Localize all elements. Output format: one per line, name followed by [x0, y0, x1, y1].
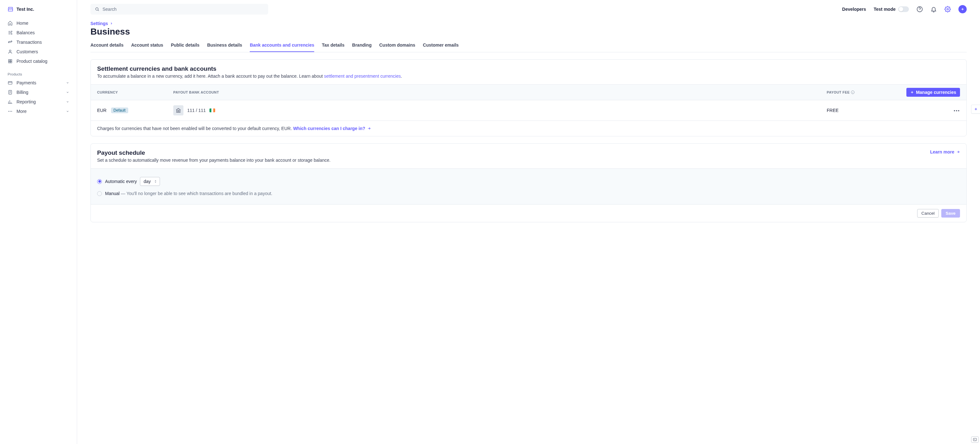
- home-icon: [8, 21, 13, 26]
- developers-link[interactable]: Developers: [842, 7, 866, 12]
- th-bank: PAYOUT BANK ACCOUNT: [173, 90, 827, 94]
- nav-reporting[interactable]: Reporting: [0, 97, 77, 106]
- nav-product-catalog[interactable]: Product catalog: [0, 57, 77, 66]
- right-rail-expand-button[interactable]: [971, 105, 980, 114]
- org-name: Test Inc.: [16, 7, 34, 12]
- arrow-right-icon: [956, 150, 960, 154]
- nav-label: Customers: [16, 49, 38, 54]
- chevron-down-icon: [66, 91, 69, 94]
- nav-more[interactable]: More: [0, 106, 77, 116]
- table-footer: Charges for currencies that have not bee…: [91, 121, 966, 136]
- table-row: EUR Default 111 / 111 FREE •••: [91, 100, 966, 121]
- settlement-title: Settlement currencies and bank accounts: [97, 65, 960, 72]
- nav-label: Home: [16, 21, 28, 26]
- main-content: Search Developers Test mode Settings Bus…: [77, 0, 980, 444]
- customers-icon: [8, 49, 13, 54]
- search-input[interactable]: Search: [91, 4, 268, 14]
- breadcrumb[interactable]: Settings: [91, 21, 967, 26]
- sidebar: Test Inc. Home Balances Transactions Cus…: [0, 0, 77, 444]
- svg-point-10: [10, 111, 11, 112]
- nav-home[interactable]: Home: [0, 18, 77, 28]
- plus-icon: [961, 7, 964, 11]
- bank-icon: [173, 105, 183, 116]
- breadcrumb-settings[interactable]: Settings: [91, 21, 108, 26]
- console-button[interactable]: [971, 436, 979, 443]
- tab-customer-emails[interactable]: Customer emails: [423, 43, 459, 52]
- catalog-icon: [8, 59, 13, 64]
- settlement-learn-link[interactable]: settlement and presentment currencies: [324, 74, 401, 79]
- balances-icon: [8, 30, 13, 35]
- tab-account-status[interactable]: Account status: [131, 43, 163, 52]
- select-arrows-icon: [154, 180, 157, 183]
- svg-rect-5: [9, 62, 10, 63]
- nav-balances[interactable]: Balances: [0, 28, 77, 37]
- create-button[interactable]: [958, 5, 967, 13]
- billing-icon: [8, 90, 13, 95]
- automatic-radio[interactable]: [97, 179, 102, 184]
- plus-icon: [974, 107, 978, 111]
- topbar: Search Developers Test mode: [91, 4, 967, 14]
- nav-payments[interactable]: Payments: [0, 78, 77, 87]
- chevron-down-icon: [66, 100, 69, 103]
- svg-point-14: [947, 9, 948, 10]
- svg-point-9: [8, 111, 9, 112]
- ireland-flag-icon: [210, 108, 215, 112]
- nav-transactions[interactable]: Transactions: [0, 37, 77, 47]
- transactions-icon: [8, 40, 13, 45]
- payout-schedule-card: Payout schedule Set a schedule to automa…: [91, 143, 967, 222]
- svg-rect-4: [11, 60, 12, 61]
- tab-tax-details[interactable]: Tax details: [322, 43, 344, 52]
- help-icon[interactable]: [916, 6, 923, 13]
- chevron-right-icon: [110, 22, 113, 25]
- currency-code: EUR: [97, 108, 107, 113]
- terminal-icon: [973, 438, 977, 441]
- svg-rect-16: [973, 438, 977, 441]
- nav-customers[interactable]: Customers: [0, 47, 77, 57]
- chevron-down-icon: [66, 81, 69, 84]
- which-currencies-link[interactable]: Which currencies can I charge in?: [293, 126, 371, 131]
- search-icon: [95, 7, 99, 11]
- default-badge: Default: [111, 108, 128, 113]
- manual-label: Manual: [105, 191, 119, 196]
- row-actions-button[interactable]: •••: [954, 108, 960, 113]
- notifications-icon[interactable]: [931, 6, 937, 13]
- svg-point-0: [11, 31, 12, 32]
- svg-point-2: [9, 50, 11, 52]
- reporting-icon: [8, 99, 13, 104]
- tab-account-details[interactable]: Account details: [91, 43, 124, 52]
- tab-business-details[interactable]: Business details: [207, 43, 242, 52]
- page-title: Business: [91, 27, 967, 37]
- settings-icon[interactable]: [945, 6, 951, 13]
- payout-title: Payout schedule: [97, 149, 330, 156]
- manual-radio[interactable]: [97, 191, 102, 196]
- nav-label: Transactions: [16, 40, 42, 45]
- manage-currencies-button[interactable]: Manage currencies: [906, 88, 960, 97]
- nav-section-products: Products: [0, 66, 77, 78]
- th-fee: PAYOUT FEE: [827, 90, 897, 94]
- test-mode-toggle[interactable]: [898, 6, 909, 12]
- more-icon: [8, 109, 13, 114]
- nav-label: Balances: [16, 30, 35, 35]
- payout-learn-more-link[interactable]: Learn more: [930, 149, 960, 154]
- bank-account-number: 111 / 111: [187, 108, 206, 113]
- svg-rect-7: [8, 81, 12, 84]
- tab-custom-domains[interactable]: Custom domains: [379, 43, 415, 52]
- arrow-right-icon: [367, 127, 371, 130]
- payout-fee: FREE: [827, 108, 897, 113]
- tab-public-details[interactable]: Public details: [171, 43, 199, 52]
- tab-branding[interactable]: Branding: [352, 43, 372, 52]
- svg-rect-6: [11, 62, 12, 63]
- tab-bank-accounts[interactable]: Bank accounts and currencies: [250, 43, 314, 52]
- save-button[interactable]: Save: [941, 209, 960, 217]
- payments-icon: [8, 80, 13, 85]
- tabs: Account details Account status Public de…: [91, 43, 967, 52]
- nav-label: Product catalog: [16, 59, 47, 64]
- cancel-button[interactable]: Cancel: [917, 209, 939, 217]
- settlement-card: Settlement currencies and bank accounts …: [91, 59, 967, 136]
- org-switcher[interactable]: Test Inc.: [0, 6, 77, 18]
- nav-label: Reporting: [16, 99, 36, 104]
- automatic-label: Automatic every: [105, 179, 137, 184]
- info-icon[interactable]: [851, 90, 854, 94]
- interval-select[interactable]: day: [140, 177, 160, 186]
- nav-billing[interactable]: Billing: [0, 87, 77, 97]
